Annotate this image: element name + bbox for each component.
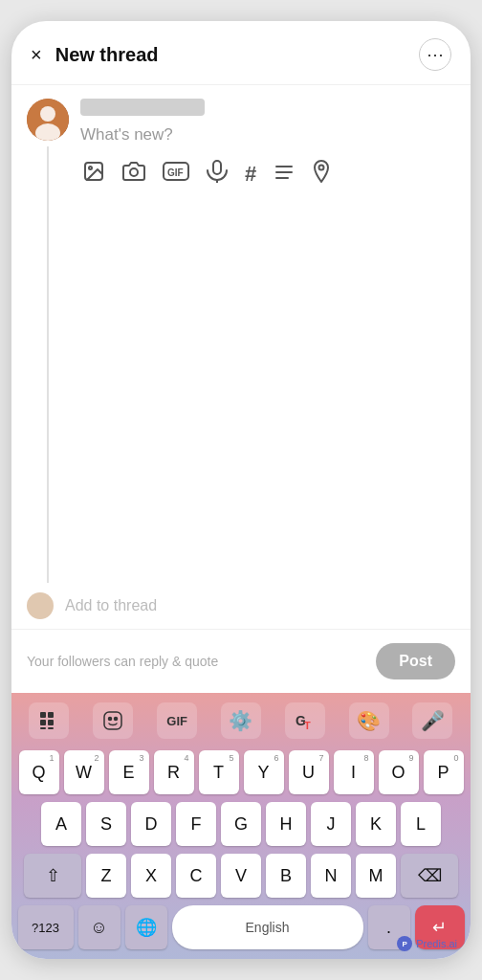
key-h[interactable]: H: [266, 802, 306, 846]
key-x[interactable]: X: [131, 854, 171, 898]
camera-icon[interactable]: [122, 160, 145, 189]
shift-key[interactable]: ⇧: [24, 854, 81, 898]
keyboard-grid-button[interactable]: [29, 702, 69, 739]
keyboard: GIF ⚙️ G T 🎨 🎤 Q1 W2 E3 R4 T5 Y6 U7 I8 O…: [11, 693, 471, 959]
close-button[interactable]: ×: [31, 44, 42, 66]
keyboard-emoji-sticker-button[interactable]: [93, 702, 133, 739]
key-f[interactable]: F: [176, 802, 216, 846]
key-c[interactable]: C: [176, 854, 216, 898]
list-icon[interactable]: [274, 162, 295, 187]
predis-logo: P: [397, 936, 412, 951]
page-title: New thread: [55, 44, 419, 66]
key-b[interactable]: B: [266, 854, 306, 898]
keyboard-toolbar: GIF ⚙️ G T 🎨 🎤: [15, 699, 467, 743]
svg-rect-20: [104, 712, 121, 729]
compose-area: What's new?: [11, 85, 471, 629]
keyboard-gif-button[interactable]: GIF: [157, 702, 197, 739]
post-button[interactable]: Post: [376, 643, 455, 679]
key-g[interactable]: G: [221, 802, 261, 846]
key-w[interactable]: W2: [64, 750, 104, 794]
svg-rect-17: [48, 720, 54, 725]
key-y[interactable]: Y6: [244, 750, 284, 794]
svg-point-22: [115, 718, 118, 721]
svg-point-21: [109, 718, 112, 721]
key-p[interactable]: P0: [424, 750, 464, 794]
keyboard-row-2: A S D F G H J K L: [15, 802, 467, 846]
key-a[interactable]: A: [41, 802, 81, 846]
key-s[interactable]: S: [86, 802, 126, 846]
hashtag-icon[interactable]: #: [245, 162, 256, 187]
key-n[interactable]: N: [311, 854, 351, 898]
footer-bar: Your followers can reply & quote Post: [11, 629, 471, 693]
username-placeholder: [80, 99, 205, 116]
emoji-key[interactable]: ☺: [78, 905, 120, 949]
compose-input[interactable]: What's new?: [80, 123, 455, 150]
key-t[interactable]: T5: [199, 750, 239, 794]
more-options-button[interactable]: ⋯: [419, 38, 451, 71]
key-i[interactable]: I8: [334, 750, 374, 794]
keyboard-row-3: ⇧ Z X C V B N M ⌫: [15, 854, 467, 898]
key-v[interactable]: V: [221, 854, 261, 898]
svg-rect-8: [213, 161, 221, 174]
compose-toolbar: GIF #: [80, 160, 455, 189]
predis-badge: P Predis.ai: [397, 936, 457, 951]
key-r[interactable]: R4: [154, 750, 194, 794]
key-l[interactable]: L: [401, 802, 441, 846]
key-k[interactable]: K: [356, 802, 396, 846]
add-thread-text: Add to thread: [65, 597, 157, 614]
delete-key[interactable]: ⌫: [401, 854, 458, 898]
phone-frame: × New thread ⋯ What's new?: [11, 21, 471, 959]
key-u[interactable]: U7: [289, 750, 329, 794]
keyboard-palette-button[interactable]: 🎨: [349, 702, 389, 739]
keyboard-row-1: Q1 W2 E3 R4 T5 Y6 U7 I8 O9 P0: [15, 750, 467, 794]
keyboard-translate-button[interactable]: G T: [285, 702, 325, 739]
predis-label: Predis.ai: [416, 938, 457, 949]
svg-rect-16: [40, 720, 46, 725]
space-key[interactable]: English: [172, 905, 363, 949]
compose-main: What's new?: [11, 85, 471, 583]
svg-rect-18: [40, 727, 46, 729]
microphone-icon[interactable]: [207, 160, 228, 189]
add-avatar-small: [27, 592, 54, 619]
key-o[interactable]: O9: [379, 750, 419, 794]
key-q[interactable]: Q1: [19, 750, 59, 794]
add-thread-row[interactable]: Add to thread: [11, 583, 471, 629]
svg-point-13: [319, 166, 324, 170]
svg-text:T: T: [304, 720, 311, 731]
key-d[interactable]: D: [131, 802, 171, 846]
key-e[interactable]: E3: [109, 750, 149, 794]
privacy-text: Your followers can reply & quote: [27, 654, 218, 669]
compose-content: What's new?: [80, 99, 455, 583]
header: × New thread ⋯: [11, 21, 471, 85]
keyboard-mic-button[interactable]: 🎤: [412, 702, 452, 739]
key-m[interactable]: M: [356, 854, 396, 898]
avatar: [27, 99, 69, 141]
key-z[interactable]: Z: [86, 854, 126, 898]
svg-rect-14: [40, 712, 46, 718]
svg-point-1: [40, 106, 55, 122]
avatar-column: [27, 99, 69, 583]
globe-key[interactable]: 🌐: [125, 905, 167, 949]
location-icon[interactable]: [312, 160, 331, 189]
svg-point-5: [130, 168, 138, 176]
svg-text:GIF: GIF: [167, 167, 184, 178]
thread-line: [47, 146, 49, 583]
gif-icon[interactable]: GIF: [163, 162, 189, 187]
image-icon[interactable]: [82, 160, 105, 189]
svg-point-4: [89, 167, 92, 169]
symbols-key[interactable]: ?123: [18, 905, 74, 949]
svg-rect-19: [48, 727, 54, 729]
svg-rect-15: [48, 712, 54, 718]
key-j[interactable]: J: [311, 802, 351, 846]
keyboard-settings-button[interactable]: ⚙️: [221, 702, 261, 739]
